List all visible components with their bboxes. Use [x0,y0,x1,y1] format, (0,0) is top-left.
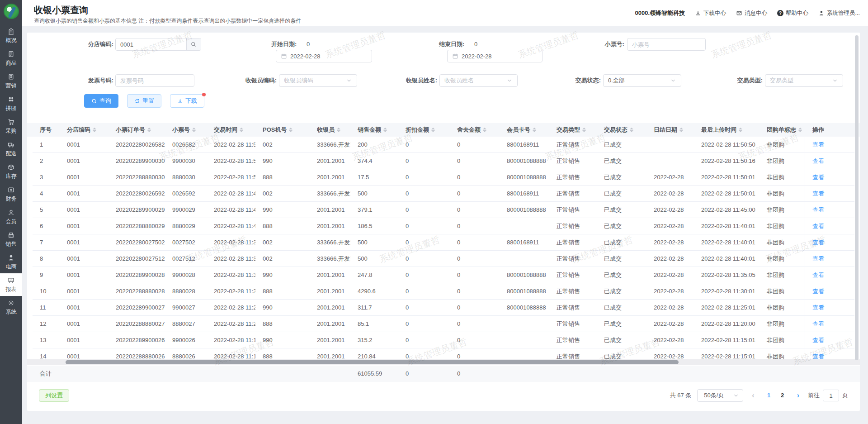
sidebar-item-finance[interactable]: 财务 [0,183,22,205]
cell: 002 [255,251,310,267]
view-link[interactable]: 查看 [812,337,824,343]
column-header-10[interactable]: 会员卡号 [500,123,549,137]
view-link[interactable]: 查看 [812,353,824,360]
sort-caret-icon[interactable] [93,126,96,134]
store-code-search-button[interactable] [186,38,201,50]
sort-caret-icon[interactable] [798,126,802,134]
column-label: 折扣金额 [406,126,429,134]
invoice-no-input[interactable] [120,77,189,84]
cell: 0 [398,218,450,234]
page-number-1[interactable]: 1 [763,390,775,401]
sort-caret-icon[interactable] [582,126,586,134]
view-link[interactable]: 查看 [812,320,824,327]
cell: 202202289900028 [108,267,165,283]
topnav-download[interactable]: 下载中心 [695,10,726,17]
view-link[interactable]: 查看 [812,174,824,181]
vertical-scrollbar-thumb[interactable] [855,35,859,360]
query-button[interactable]: 查询 [84,94,118,108]
view-link[interactable]: 查看 [812,288,824,295]
view-link[interactable]: 查看 [812,272,824,278]
prev-page-button[interactable]: ‹ [749,390,757,401]
inventory-icon [0,163,22,171]
sidebar-item-inventory[interactable]: 库存 [0,160,22,183]
view-link[interactable]: 查看 [812,223,824,229]
sidebar-item-label: 财务 [0,195,22,203]
goto-page-input[interactable] [823,390,839,401]
sidebar-item-ecommerce[interactable]: 电商 [0,251,22,273]
cell: 2022-02-28 11:47: [207,186,255,201]
download-button[interactable]: 下载 [170,94,204,108]
cashier-name-select[interactable]: 收银员姓名 [439,74,518,87]
column-header-12[interactable]: 交易状态 [597,123,646,137]
sort-caret-icon[interactable] [431,126,435,134]
cell: 正常销售 [549,137,597,152]
sort-caret-icon[interactable] [533,126,536,134]
column-header-4[interactable]: 交易时间 [207,123,255,137]
view-link[interactable]: 查看 [812,141,824,148]
column-settings-button[interactable]: 列设置 [39,389,69,402]
column-header-14[interactable]: 最后上传时间 [694,123,760,137]
cell: 2022-02-28 11:40: [207,202,255,218]
sidebar-item-sales[interactable]: 销售 [0,228,22,251]
member-icon [0,209,22,216]
sort-caret-icon[interactable] [483,126,486,134]
column-label: 收银员 [317,126,335,134]
start-date-input[interactable]: 2022-02-28 [276,50,372,62]
column-header-2[interactable]: 小票订单号 [108,123,165,137]
topnav-help[interactable]: ?帮助中心 [777,10,808,17]
column-header-15[interactable]: 团购单标志 [760,123,805,137]
store-code-input[interactable] [116,41,186,48]
sidebar-item-groupbuy[interactable]: 拼团 [0,92,22,115]
summary-cell [255,366,310,382]
view-link[interactable]: 查看 [812,239,824,246]
column-header-1[interactable]: 分店编码 [60,123,108,137]
view-link[interactable]: 查看 [812,304,824,311]
sort-caret-icon[interactable] [337,126,340,134]
sort-caret-icon[interactable] [679,126,683,134]
page-number-2[interactable]: 2 [777,390,788,401]
column-header-11[interactable]: 交易类型 [549,123,597,137]
sidebar-item-report[interactable]: 报表 [0,273,22,296]
sidebar-item-goods[interactable]: 商品 [0,47,22,70]
view-link[interactable]: 查看 [812,157,824,164]
sidebar-item-system[interactable]: 系统 [0,296,22,319]
help-icon: ? [777,10,783,16]
column-header-9[interactable]: 舍去金额 [450,123,500,137]
sort-caret-icon[interactable] [383,126,387,134]
trade-status-select[interactable]: 0.全部 [603,74,681,87]
cell: 非团购 [760,202,805,218]
trade-type-select[interactable]: 交易类型 [765,74,843,87]
cashier-code-select[interactable]: 收银员编码 [279,74,357,87]
view-link[interactable]: 查看 [812,255,824,262]
sidebar-item-delivery[interactable]: 配送 [0,138,22,160]
ticket-no-input[interactable] [632,41,701,48]
sidebar-item-overview[interactable]: 概况 [0,24,22,47]
cell: 已成交 [597,186,646,201]
next-page-button[interactable]: › [794,390,802,401]
sidebar-item-marketing[interactable]: 营销 [0,70,22,92]
column-header-3[interactable]: 小票号 [165,123,207,137]
sort-caret-icon[interactable] [240,126,243,134]
sidebar-item-purchase[interactable]: 采购 [0,115,22,138]
ticket-no-label: 小票号: [592,38,624,51]
column-header-7[interactable]: 销售金额 [350,123,398,137]
topnav-user[interactable]: 系统管理员... [818,10,860,17]
column-header-5[interactable]: POS机号 [255,123,310,137]
end-date-input[interactable]: 2022-02-28 [447,50,542,62]
reset-button[interactable]: 重置 [127,94,161,108]
sort-caret-icon[interactable] [289,126,292,134]
cell: 2022-02-28 11:20: [207,316,255,332]
sort-caret-icon[interactable] [147,126,151,134]
column-header-8[interactable]: 折扣金额 [398,123,450,137]
column-header-13[interactable]: 日结日期 [646,123,694,137]
view-link[interactable]: 查看 [812,190,824,197]
sort-caret-icon[interactable] [630,126,633,134]
view-link[interactable]: 查看 [812,206,824,213]
sidebar-item-member[interactable]: 会员 [0,205,22,228]
horizontal-scrollbar-thumb[interactable] [66,360,679,364]
sort-caret-icon[interactable] [192,126,196,134]
column-header-6[interactable]: 收银员 [310,123,350,137]
sort-caret-icon[interactable] [739,126,742,134]
page-size-select[interactable]: 50条/页 [697,389,743,402]
topnav-message[interactable]: 消息中心 [736,10,767,17]
